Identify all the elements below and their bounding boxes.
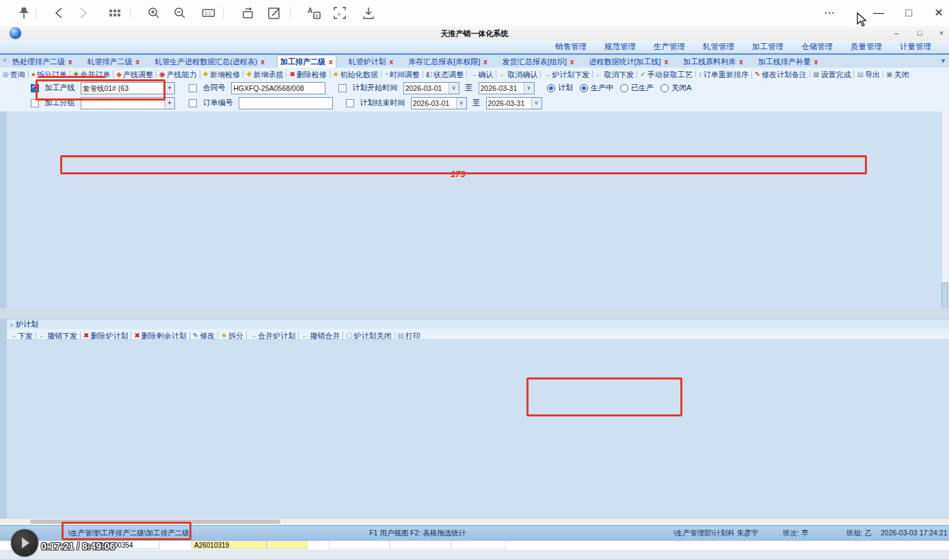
toolbar-button-取消下发[interactable]: ←取消下发 <box>596 69 634 79</box>
scrollbar-thumb[interactable] <box>30 520 280 524</box>
toolbar-button-修改[interactable]: ✎修改 <box>193 330 215 340</box>
vertical-scrollbar[interactable] <box>941 111 949 308</box>
toolbar-button-确认[interactable]: →确认 <box>470 69 493 79</box>
ocr-icon[interactable]: x <box>332 5 347 21</box>
tab-close-icon[interactable]: x <box>260 58 265 66</box>
tab-发货汇总报表[组织][interactable]: 发货汇总报表[组织]x <box>500 55 577 68</box>
tab-close-icon[interactable]: x <box>814 58 818 66</box>
tab-加工线排产补量[interactable]: 加工线排产补量x <box>756 55 821 68</box>
app-maximize-button[interactable]: □ <box>912 29 927 37</box>
group-filter-checkbox[interactable] <box>31 99 39 107</box>
window-close-button[interactable]: ✕ <box>930 4 948 22</box>
radio-计划[interactable] <box>547 84 555 92</box>
tab-collapse-icon[interactable]: « <box>3 56 7 64</box>
toolbar-button-产线能力[interactable]: ◉产线能力 <box>159 69 197 79</box>
menu-item-质量管理[interactable]: 质量管理 <box>851 41 882 53</box>
start-from-input[interactable]: 2026-03-01∨ <box>403 82 459 94</box>
toolbar-button-删除炉计划[interactable]: ✖删除炉计划 <box>83 330 128 340</box>
tab-加工线原料利库[interactable]: 加工线原料利库x <box>680 55 746 68</box>
forward-icon[interactable] <box>75 5 90 21</box>
toolbar-button-新增检修[interactable]: ✚新增检修 <box>203 69 240 79</box>
tab-close-icon[interactable]: x <box>570 58 574 66</box>
menu-item-仓储管理[interactable]: 仓储管理 <box>801 41 833 53</box>
tab-进程数据统计[加工线][interactable]: 进程数据统计[加工线]x <box>587 55 671 68</box>
toolbar-button-订单重新排序[interactable]: ↕订单重新排序 <box>699 69 749 79</box>
toolbar-button-新增承揽[interactable]: ✚新增承揽 <box>246 69 283 79</box>
chevron-down-icon[interactable]: ▾ <box>164 98 174 109</box>
toolbar-button-产线调整[interactable]: ◆产线调整 <box>116 69 153 79</box>
tab-库存汇总报表[库权限][interactable]: 库存汇总报表[库权限]x <box>405 55 490 68</box>
pin-icon[interactable] <box>16 5 31 21</box>
toolbar-button-手动获取工艺[interactable]: ✓手动获取工艺 <box>640 69 692 79</box>
tab-轧管生产进程数据汇总(进程表)[interactable]: 轧管生产进程数据汇总(进程表)x <box>152 55 267 68</box>
tab-close-icon[interactable]: x <box>136 58 140 66</box>
app-minimize-button[interactable]: – <box>889 29 904 37</box>
menu-item-轧管管理[interactable]: 轧管管理 <box>703 41 734 53</box>
toolbar-button-撤销合并[interactable]: ←撤销合并 <box>302 330 340 340</box>
menu-item-规范管理[interactable]: 规范管理 <box>604 41 636 53</box>
radio-已生产[interactable] <box>620 84 628 92</box>
translate-icon[interactable]: Aa <box>306 5 321 21</box>
chevron-down-icon[interactable]: ∨ <box>456 98 466 109</box>
back-icon[interactable] <box>52 5 67 21</box>
end-to-input[interactable]: 2026-03-31∨ <box>486 97 542 109</box>
play-button[interactable] <box>11 529 38 557</box>
tab-轧管炉计划[interactable]: 轧管炉计划x <box>346 55 397 68</box>
furnace-section-header[interactable]: »炉计划 <box>7 319 949 330</box>
order-filter-input[interactable] <box>239 97 333 109</box>
download-icon[interactable] <box>361 5 376 21</box>
order-filter-checkbox[interactable] <box>189 99 197 107</box>
app-close-button[interactable]: × <box>934 29 949 37</box>
tab-close-icon[interactable]: x <box>483 58 487 66</box>
toolbar-button-合并炉计划[interactable]: →合并炉计划 <box>250 330 295 340</box>
tab-轧管排产二级[interactable]: 轧管排产二级x <box>85 55 143 68</box>
window-minimize-button[interactable]: — <box>870 4 887 22</box>
toolbar-button-导出[interactable]: ▤导出 <box>857 69 879 79</box>
menu-item-计量管理[interactable]: 计量管理 <box>900 41 931 53</box>
group-filter-select[interactable]: ▾ <box>81 97 175 109</box>
tab-close-icon[interactable]: x <box>68 58 72 66</box>
grid-icon[interactable] <box>107 5 122 21</box>
toolbar-button-查询[interactable]: ◎查询 <box>3 69 25 79</box>
toolbar-button-拆分[interactable]: ★拆分 <box>221 330 243 340</box>
tab-加工排产二级[interactable]: 加工排产二级x <box>277 55 336 68</box>
one-to-one-icon[interactable]: 1:1 <box>201 5 216 21</box>
collapse-icon[interactable]: » <box>6 323 16 327</box>
start-to-input[interactable]: 2026-03-31∨ <box>479 82 535 94</box>
tab-热处理排产二级[interactable]: 热处理排产二级x <box>10 55 75 68</box>
radio-生产中[interactable] <box>580 84 588 92</box>
contract-filter-input[interactable]: HGXFQ-25A0568/008 <box>231 82 325 94</box>
toolbar-button-撤销下发[interactable]: ←撤销下发 <box>39 330 77 340</box>
toolbar-button-时间调整[interactable]: ◔时间调整 <box>384 69 420 79</box>
toolbar-button-炉计划关闭[interactable]: ▢炉计划关闭 <box>346 330 391 340</box>
contract-filter-checkbox[interactable] <box>189 84 197 92</box>
line-filter-checkbox[interactable] <box>31 84 39 92</box>
chevron-down-icon[interactable]: ∨ <box>449 83 459 94</box>
tab-close-icon[interactable]: x <box>329 58 333 66</box>
tab-overflow-icon[interactable]: ▼ <box>940 57 946 64</box>
toolbar-button-删除检修[interactable]: ✖删除检修 <box>289 69 326 79</box>
chevron-down-icon[interactable]: ▾ <box>164 83 174 94</box>
toolbar-button-修改计划备注[interactable]: ✎修改计划备注 <box>755 69 807 79</box>
toolbar-button-设置完成[interactable]: ▦设置完成 <box>813 69 851 79</box>
chevron-down-icon[interactable]: ∨ <box>531 98 542 109</box>
end-filter-checkbox[interactable] <box>346 99 354 107</box>
rotate-frame-icon[interactable] <box>241 5 256 21</box>
toolbar-button-取消确认[interactable]: ←取消确认 <box>499 69 537 79</box>
window-maximize-button[interactable]: □ <box>900 4 918 22</box>
toolbar-button-下发[interactable]: →下发 <box>10 330 33 340</box>
more-button[interactable]: ⋯ <box>820 4 838 22</box>
toolbar-button-删除剩余计划[interactable]: ✖删除剩余计划 <box>134 330 186 340</box>
menu-item-生产管理[interactable]: 生产管理 <box>654 41 685 53</box>
start-filter-checkbox[interactable] <box>338 84 347 92</box>
toolbar-button-初始化数据[interactable]: ★初始化数据 <box>333 69 378 79</box>
toolbar-button-状态调整[interactable]: ◧状态调整 <box>426 69 464 79</box>
toolbar-button-炉计划下发[interactable]: →炉计划下发 <box>544 69 589 79</box>
tab-close-icon[interactable]: x <box>739 58 743 66</box>
tab-close-icon[interactable]: x <box>665 58 669 66</box>
toolbar-button-打印[interactable]: ▤打印 <box>398 330 420 340</box>
zoom-in-icon[interactable] <box>146 5 161 21</box>
toolbar-button-关闭[interactable]: ▣关闭 <box>886 69 909 79</box>
end-from-input[interactable]: 2026-03-01∨ <box>411 97 467 109</box>
line-filter-select[interactable]: 套管线01# (63▾ <box>81 82 175 94</box>
